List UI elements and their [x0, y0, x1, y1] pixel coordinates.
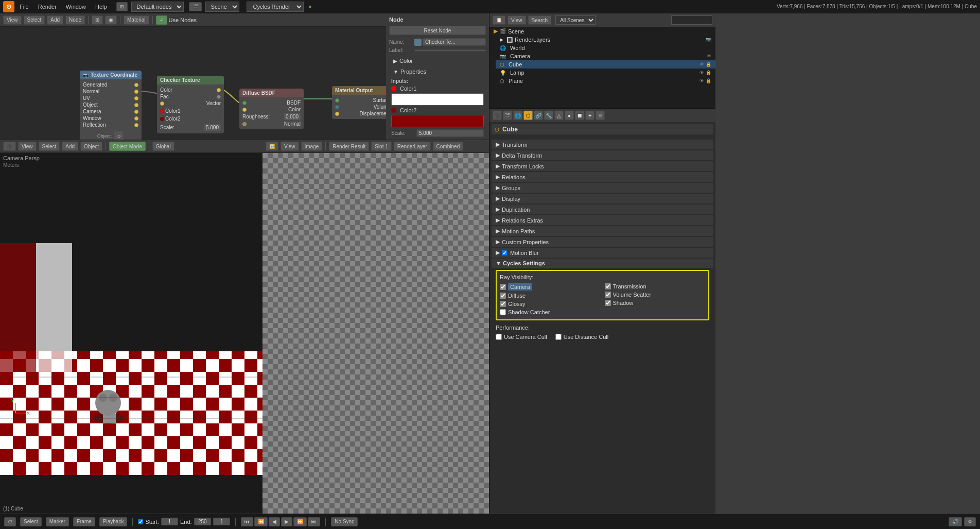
outliner-lamp[interactable]: 💡 Lamp 👁 🔒 — [496, 69, 715, 77]
scene-icon[interactable]: 🎬 — [189, 2, 202, 11]
start-frame[interactable]: 1 — [161, 518, 178, 525]
object-props-tab[interactable]: ⬡ — [523, 111, 533, 120]
frame-auto-keying[interactable] — [138, 519, 143, 524]
cycles-settings-header[interactable]: ▼ Cycles Settings — [492, 259, 713, 268]
node-menu[interactable]: Node — [65, 15, 85, 25]
use-nodes-checkbox[interactable]: ✓ — [156, 15, 167, 25]
timeline-marker[interactable]: Marker — [46, 517, 69, 526]
texture-tab[interactable]: 🔲 — [575, 111, 584, 120]
node-name-value[interactable]: Checker Te... — [423, 38, 486, 46]
groups-section[interactable]: ▶Groups — [492, 183, 713, 193]
workspace-selector[interactable]: Default nodes — [131, 2, 184, 12]
viewport-3d-canvas[interactable]: Camera Persp Meters — [0, 153, 262, 514]
outliner-plane[interactable]: ⬡ Plane 👁 🔒 — [496, 77, 715, 85]
viewport-object[interactable]: Object — [80, 142, 102, 151]
outliner-search[interactable]: Search — [528, 15, 552, 25]
outliner-scene[interactable]: ▶ 🎬 Scene — [489, 27, 715, 36]
outliner-scene-selector[interactable]: All Scenes — [555, 15, 596, 25]
camera-cull-cb[interactable] — [496, 334, 502, 340]
duplication-section[interactable]: ▶Duplication — [492, 204, 713, 214]
relations-extras-section[interactable]: ▶Relations Extras — [492, 215, 713, 225]
outliner-world[interactable]: 🌐 World — [496, 44, 715, 52]
viewport-add[interactable]: Add — [62, 142, 78, 151]
outliner-cube[interactable]: ⬡ Cube 👁 🔒 — [496, 60, 715, 69]
menu-file[interactable]: File — [15, 3, 33, 11]
motion-blur-section[interactable]: ▶ Motion Blur — [492, 248, 713, 258]
color-section[interactable]: ▶ Color — [389, 56, 486, 65]
jump-start-btn[interactable]: ⏮ — [241, 517, 253, 526]
viewport-icon[interactable]: 🎥 — [3, 142, 16, 151]
outliner-search-input[interactable] — [671, 15, 712, 25]
scene-selector[interactable]: Scene — [205, 2, 239, 12]
constraints-tab[interactable]: 🔗 — [534, 111, 543, 120]
glossy-cb[interactable] — [500, 301, 506, 307]
outliner-camera[interactable]: 📷 Camera 👁 — [496, 52, 715, 60]
timeline-settings[interactable]: ⚙ — [964, 517, 976, 526]
menu-help[interactable]: Help — [91, 3, 111, 11]
viewport-select[interactable]: Select — [39, 142, 60, 151]
outliner-view[interactable]: View — [507, 15, 526, 25]
transmission-cb[interactable] — [605, 283, 611, 289]
motion-blur-cb[interactable] — [502, 250, 507, 255]
properties-section[interactable]: ▼ Properties — [389, 67, 486, 76]
material-selector[interactable]: Material — [124, 15, 149, 25]
node-label-value[interactable] — [414, 49, 486, 52]
object-mode-btn[interactable]: Object Mode — [109, 142, 146, 151]
step-back-btn[interactable]: ⏪ — [254, 517, 268, 526]
physics-tab[interactable]: ⚛ — [596, 111, 605, 120]
distance-cull-cb[interactable] — [555, 334, 562, 340]
select-menu[interactable]: Select — [24, 15, 45, 25]
relations-section[interactable]: ▶Relations — [492, 172, 713, 182]
menu-window[interactable]: Window — [62, 3, 90, 11]
timeline-frame[interactable]: Frame — [73, 517, 95, 526]
global-btn[interactable]: Global — [152, 142, 174, 151]
timeline-select[interactable]: Select — [20, 517, 42, 526]
world-props-tab[interactable]: 🌐 — [513, 111, 522, 120]
render-result-selector[interactable]: Render Result — [329, 142, 369, 151]
render-engine-selector[interactable]: Cycles Render — [247, 2, 304, 12]
viewport-view[interactable]: View — [18, 142, 37, 151]
diffuse-cb[interactable] — [500, 293, 506, 299]
volume-scatter-cb[interactable] — [605, 292, 611, 298]
delta-transform-section[interactable]: ▶Delta Transform — [492, 150, 713, 160]
current-frame[interactable]: 1 — [213, 518, 230, 525]
render-image[interactable]: Image — [301, 142, 323, 151]
menu-render[interactable]: Render — [34, 3, 61, 11]
transform-locks-section[interactable]: ▶Transform Locks — [492, 161, 713, 171]
render-view[interactable]: View — [281, 142, 299, 151]
texture-coord-node[interactable]: 📷 Texture Coordinate Generated Normal UV… — [80, 71, 142, 140]
jump-end-btn[interactable]: ⏭ — [308, 517, 320, 526]
material-output-node[interactable]: Material Output Surface Volume — [332, 86, 386, 119]
custom-properties-section[interactable]: ▶Custom Properties — [492, 237, 713, 247]
outliner-icon[interactable]: 📋 — [493, 15, 505, 25]
shadow-cb[interactable] — [605, 300, 611, 306]
motion-paths-section[interactable]: ▶Motion Paths — [492, 226, 713, 236]
scale-value[interactable]: 5.000 — [416, 129, 484, 137]
timeline-playback[interactable]: Playback — [99, 517, 128, 526]
audio-btn[interactable]: 🔊 — [949, 517, 962, 526]
step-forward-btn[interactable]: ⏩ — [293, 517, 307, 526]
sync-selector[interactable]: No Sync — [331, 517, 358, 526]
scene-props-tab[interactable]: 🎬 — [503, 111, 512, 120]
display-section[interactable]: ▶Display — [492, 194, 713, 203]
play-btn[interactable]: ▶ — [281, 517, 292, 526]
render-layer-selector[interactable]: RenderLayer — [394, 142, 431, 151]
shadow-catcher-cb[interactable] — [500, 309, 506, 315]
node-canvas[interactable]: View Select Add Node ⊞ ◉ Material ✓ Use … — [0, 13, 386, 140]
render-props-tab[interactable]: 🎥 — [493, 111, 502, 120]
camera-cb[interactable] — [500, 284, 506, 290]
slot-selector[interactable]: Slot 1 — [371, 142, 392, 151]
timeline-icon[interactable]: ⏱ — [4, 517, 16, 526]
outliner-renderlayers[interactable]: ▶ 🔳 RenderLayers 📷 — [496, 36, 715, 44]
render-icon[interactable]: 🖼️ — [266, 142, 278, 151]
transform-section[interactable]: ▶Transform — [492, 140, 713, 149]
modifiers-tab[interactable]: 🔧 — [544, 111, 553, 120]
node-editor-icon[interactable]: ⊞ — [116, 2, 128, 11]
checker-texture-node[interactable]: Checker Texture Color Fac — [157, 76, 224, 133]
particles-tab[interactable]: ✦ — [585, 111, 594, 120]
view-menu[interactable]: View — [3, 15, 22, 25]
node-type-btn[interactable]: ⊞ — [92, 15, 103, 25]
data-tab[interactable]: △ — [554, 111, 564, 120]
material-mode-btn[interactable]: ◉ — [105, 15, 117, 25]
material-tab[interactable]: ● — [565, 111, 574, 120]
